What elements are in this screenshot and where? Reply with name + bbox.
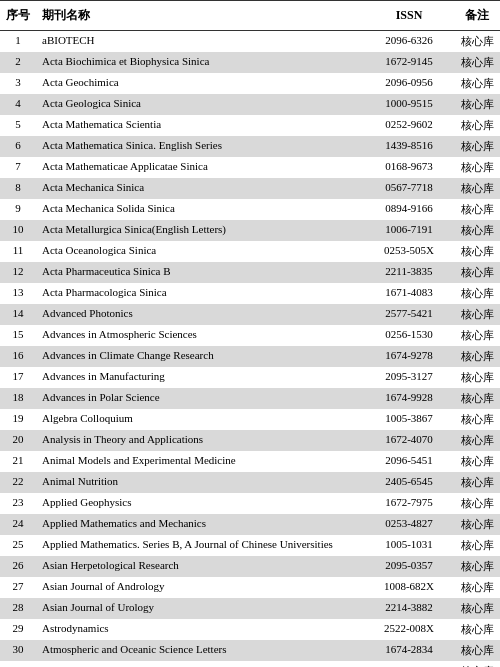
table-row: 12Acta Pharmaceutica Sinica B2211-3835核心… xyxy=(0,262,500,283)
cell-issn: 0253-505X xyxy=(364,241,454,262)
cell-issn: 1674-2834 xyxy=(364,640,454,661)
cell-journal-name: Automotive Innovation xyxy=(36,661,364,667)
table-row: 19Algebra Colloquium1005-3867核心库 xyxy=(0,409,500,430)
cell-num: 29 xyxy=(0,619,36,640)
cell-issn: 0253-4827 xyxy=(364,514,454,535)
cell-issn: 1005-3867 xyxy=(364,409,454,430)
header-issn: ISSN xyxy=(364,1,454,31)
cell-note: 核心库 xyxy=(454,157,500,178)
cell-journal-name: Advances in Manufacturing xyxy=(36,367,364,388)
table-row: 31Automotive Innovation2096-4250核心库 xyxy=(0,661,500,667)
cell-issn: 1008-682X xyxy=(364,577,454,598)
cell-journal-name: Acta Mathematica Sinica. English Series xyxy=(36,136,364,157)
cell-num: 15 xyxy=(0,325,36,346)
cell-journal-name: Acta Mathematica Scientia xyxy=(36,115,364,136)
table-row: 1aBIOTECH2096-6326核心库 xyxy=(0,31,500,53)
header-name: 期刊名称 xyxy=(36,1,364,31)
cell-num: 9 xyxy=(0,199,36,220)
cell-num: 25 xyxy=(0,535,36,556)
cell-note: 核心库 xyxy=(454,220,500,241)
cell-journal-name: Advanced Photonics xyxy=(36,304,364,325)
cell-note: 核心库 xyxy=(454,262,500,283)
cell-journal-name: Atmospheric and Oceanic Science Letters xyxy=(36,640,364,661)
table-row: 10Acta Metallurgica Sinica(English Lette… xyxy=(0,220,500,241)
cell-note: 核心库 xyxy=(454,73,500,94)
cell-journal-name: Asian Herpetological Research xyxy=(36,556,364,577)
cell-journal-name: aBIOTECH xyxy=(36,31,364,53)
table-row: 23Applied Geophysics1672-7975核心库 xyxy=(0,493,500,514)
cell-issn: 0168-9673 xyxy=(364,157,454,178)
cell-issn: 1000-9515 xyxy=(364,94,454,115)
table-row: 15Advances in Atmospheric Sciences0256-1… xyxy=(0,325,500,346)
cell-num: 31 xyxy=(0,661,36,667)
table-row: 4Acta Geologica Sinica1000-9515核心库 xyxy=(0,94,500,115)
cell-journal-name: Astrodynamics xyxy=(36,619,364,640)
cell-note: 核心库 xyxy=(454,304,500,325)
table-body: 1aBIOTECH2096-6326核心库2Acta Biochimica et… xyxy=(0,31,500,668)
cell-note: 核心库 xyxy=(454,283,500,304)
cell-issn: 1439-8516 xyxy=(364,136,454,157)
cell-issn: 2096-6326 xyxy=(364,31,454,53)
cell-num: 30 xyxy=(0,640,36,661)
cell-journal-name: Applied Mathematics. Series B, A Journal… xyxy=(36,535,364,556)
cell-num: 28 xyxy=(0,598,36,619)
cell-note: 核心库 xyxy=(454,409,500,430)
header-num: 序号 xyxy=(0,1,36,31)
cell-num: 14 xyxy=(0,304,36,325)
journal-table: 序号 期刊名称 ISSN 备注 1aBIOTECH2096-6326核心库2Ac… xyxy=(0,0,500,667)
table-row: 13Acta Pharmacologica Sinica1671-4083核心库 xyxy=(0,283,500,304)
cell-num: 17 xyxy=(0,367,36,388)
cell-num: 8 xyxy=(0,178,36,199)
cell-num: 1 xyxy=(0,31,36,53)
cell-note: 核心库 xyxy=(454,535,500,556)
cell-note: 核心库 xyxy=(454,472,500,493)
table-row: 5Acta Mathematica Scientia0252-9602核心库 xyxy=(0,115,500,136)
cell-journal-name: Acta Oceanologica Sinica xyxy=(36,241,364,262)
table-row: 3Acta Geochimica2096-0956核心库 xyxy=(0,73,500,94)
table-row: 7Acta Mathematicae Applicatae Sinica0168… xyxy=(0,157,500,178)
cell-num: 16 xyxy=(0,346,36,367)
cell-journal-name: Acta Mathematicae Applicatae Sinica xyxy=(36,157,364,178)
cell-note: 核心库 xyxy=(454,598,500,619)
cell-note: 核心库 xyxy=(454,115,500,136)
cell-issn: 2096-5451 xyxy=(364,451,454,472)
cell-num: 11 xyxy=(0,241,36,262)
cell-num: 3 xyxy=(0,73,36,94)
table-row: 24Applied Mathematics and Mechanics0253-… xyxy=(0,514,500,535)
cell-journal-name: Asian Journal of Urology xyxy=(36,598,364,619)
cell-journal-name: Acta Pharmaceutica Sinica B xyxy=(36,262,364,283)
table-row: 18Advances in Polar Science1674-9928核心库 xyxy=(0,388,500,409)
cell-note: 核心库 xyxy=(454,136,500,157)
cell-num: 4 xyxy=(0,94,36,115)
table-row: 21Animal Models and Experimental Medicin… xyxy=(0,451,500,472)
table-header: 序号 期刊名称 ISSN 备注 xyxy=(0,1,500,31)
cell-num: 21 xyxy=(0,451,36,472)
cell-journal-name: Animal Models and Experimental Medicine xyxy=(36,451,364,472)
cell-note: 核心库 xyxy=(454,430,500,451)
cell-issn: 2214-3882 xyxy=(364,598,454,619)
cell-journal-name: Acta Metallurgica Sinica(English Letters… xyxy=(36,220,364,241)
table-row: 25Applied Mathematics. Series B, A Journ… xyxy=(0,535,500,556)
cell-issn: 2405-6545 xyxy=(364,472,454,493)
cell-num: 6 xyxy=(0,136,36,157)
table-row: 6Acta Mathematica Sinica. English Series… xyxy=(0,136,500,157)
cell-issn: 0894-9166 xyxy=(364,199,454,220)
table-row: 17Advances in Manufacturing2095-3127核心库 xyxy=(0,367,500,388)
cell-journal-name: Asian Journal of Andrology xyxy=(36,577,364,598)
cell-journal-name: Acta Geochimica xyxy=(36,73,364,94)
cell-num: 26 xyxy=(0,556,36,577)
cell-note: 核心库 xyxy=(454,199,500,220)
cell-num: 5 xyxy=(0,115,36,136)
cell-note: 核心库 xyxy=(454,31,500,53)
table-row: 28Asian Journal of Urology2214-3882核心库 xyxy=(0,598,500,619)
table-row: 20Analysis in Theory and Applications167… xyxy=(0,430,500,451)
cell-note: 核心库 xyxy=(454,661,500,667)
cell-issn: 2096-4250 xyxy=(364,661,454,667)
cell-note: 核心库 xyxy=(454,241,500,262)
cell-note: 核心库 xyxy=(454,346,500,367)
table-row: 11Acta Oceanologica Sinica0253-505X核心库 xyxy=(0,241,500,262)
cell-journal-name: Acta Pharmacologica Sinica xyxy=(36,283,364,304)
cell-num: 2 xyxy=(0,52,36,73)
cell-note: 核心库 xyxy=(454,52,500,73)
cell-journal-name: Applied Mathematics and Mechanics xyxy=(36,514,364,535)
